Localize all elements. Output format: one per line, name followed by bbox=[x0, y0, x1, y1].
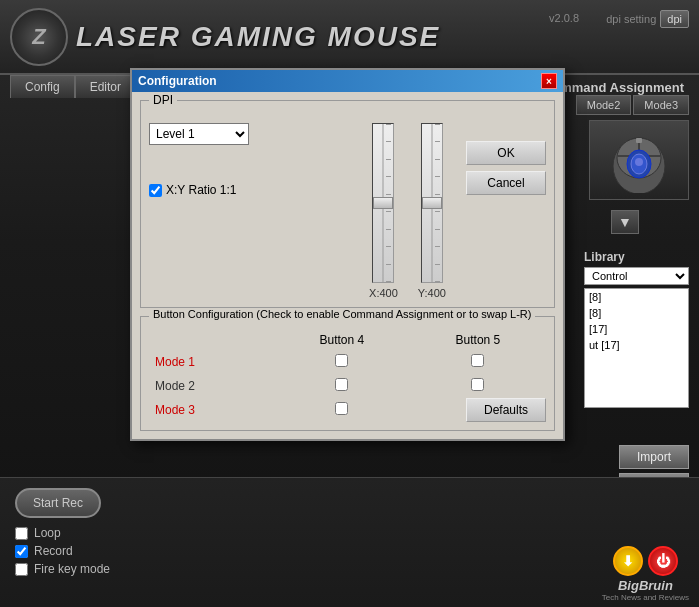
dpi-setting-label: dpi setting bbox=[606, 13, 656, 25]
mode2-btn5-checkbox[interactable] bbox=[471, 378, 484, 391]
tick bbox=[435, 246, 440, 247]
btn-config-label: Button Configuration (Check to enable Co… bbox=[149, 308, 535, 320]
tick bbox=[435, 141, 440, 142]
slider-x-value: X:400 bbox=[369, 287, 398, 299]
slider-y-container: Y:400 bbox=[418, 123, 446, 299]
tick bbox=[386, 124, 391, 125]
tick bbox=[435, 194, 440, 195]
mode-tabs: Mode2 Mode3 bbox=[576, 95, 689, 115]
btn-col-5-header: Button 5 bbox=[410, 330, 546, 350]
tick bbox=[435, 159, 440, 160]
slider-y-track[interactable] bbox=[421, 123, 443, 283]
dpi-group: DPI Level 1 Level 2 Level 3 Level 4 bbox=[140, 100, 555, 308]
table-row: Mode 2 bbox=[149, 374, 546, 398]
library-list[interactable]: [8] [8] [17] ut [17] bbox=[584, 288, 689, 408]
loop-checkbox[interactable] bbox=[15, 527, 28, 540]
start-record-button[interactable]: Start Rec bbox=[15, 488, 101, 518]
btn-col-empty bbox=[149, 330, 274, 350]
button-config-group: Button Configuration (Check to enable Co… bbox=[140, 316, 555, 431]
nav-tab-editor[interactable]: Editor bbox=[75, 75, 136, 98]
tick bbox=[386, 264, 391, 265]
app-title: LASER GAMING MOUSE bbox=[76, 21, 440, 53]
record-row: Record bbox=[15, 544, 684, 558]
mode3-btn4-checkbox[interactable] bbox=[335, 402, 348, 415]
btn-col-4-header: Button 4 bbox=[274, 330, 410, 350]
version-info: v2.0.8 bbox=[549, 12, 579, 24]
dialog-content: DPI Level 1 Level 2 Level 3 Level 4 bbox=[132, 92, 563, 439]
bottom-area: Start Rec Loop Record Fire key mode bbox=[0, 477, 699, 607]
app-header: LASER GAMING MOUSE v2.0.8 dpi setting dp… bbox=[0, 0, 699, 75]
bigbruin-icons: ⬇ ⏻ bbox=[613, 546, 678, 576]
bigbruin-yellow-icon: ⬇ bbox=[613, 546, 643, 576]
nav-tab-config-label: Config bbox=[25, 80, 60, 94]
mode2-btn4-checkbox[interactable] bbox=[335, 378, 348, 391]
mouse-image bbox=[589, 120, 689, 200]
dialog-close-button[interactable]: × bbox=[541, 73, 557, 89]
list-item[interactable]: [17] bbox=[585, 321, 688, 337]
nav-tab-editor-label: Editor bbox=[90, 80, 121, 94]
mode-tab-3-label: Mode3 bbox=[644, 99, 678, 111]
config-dialog: Configuration × DPI Level 1 Level 2 Leve… bbox=[130, 68, 565, 441]
dpi-button[interactable]: dpi bbox=[660, 10, 689, 28]
slider-y-value: Y:400 bbox=[418, 287, 446, 299]
fire-key-checkbox[interactable] bbox=[15, 563, 28, 576]
import-button[interactable]: Import bbox=[619, 445, 689, 469]
fire-key-row: Fire key mode bbox=[15, 562, 684, 576]
dpi-group-label: DPI bbox=[149, 93, 177, 107]
tick bbox=[386, 141, 391, 142]
fire-key-label: Fire key mode bbox=[34, 562, 110, 576]
loop-label: Loop bbox=[34, 526, 61, 540]
mode-tab-2[interactable]: Mode2 bbox=[576, 95, 632, 115]
bigbruin-name: BigBruin bbox=[618, 578, 673, 593]
bigbruin-logo: ⬇ ⏻ BigBruin Tech News and Reviews bbox=[602, 546, 689, 602]
mode1-btn4-checkbox[interactable] bbox=[335, 354, 348, 367]
tick bbox=[435, 176, 440, 177]
tick bbox=[386, 159, 391, 160]
tick bbox=[386, 281, 391, 282]
nav-tab-config[interactable]: Config bbox=[10, 75, 75, 98]
bigbruin-subtitle: Tech News and Reviews bbox=[602, 593, 689, 602]
arrow-down-button[interactable]: ▼ bbox=[611, 210, 639, 234]
table-row: Mode 1 bbox=[149, 350, 546, 374]
app-background: LASER GAMING MOUSE v2.0.8 dpi setting dp… bbox=[0, 0, 699, 607]
tick bbox=[435, 211, 440, 212]
library-dropdown[interactable]: Control bbox=[584, 267, 689, 285]
svg-point-6 bbox=[635, 158, 643, 166]
list-item[interactable]: [8] bbox=[585, 289, 688, 305]
xy-ratio-checkbox[interactable] bbox=[149, 184, 162, 197]
mode1-btn5-checkbox[interactable] bbox=[471, 354, 484, 367]
slider-x-thumb[interactable] bbox=[373, 197, 393, 209]
bigbruin-red-icon: ⏻ bbox=[648, 546, 678, 576]
library-label: Library bbox=[584, 250, 689, 264]
slider-x-track[interactable] bbox=[372, 123, 394, 283]
mouse-svg bbox=[604, 128, 674, 193]
mode-tab-2-label: Mode2 bbox=[587, 99, 621, 111]
ok-button[interactable]: OK bbox=[466, 141, 546, 165]
dpi-level-select[interactable]: Level 1 Level 2 Level 3 Level 4 bbox=[149, 123, 249, 145]
mode1-label: Mode 1 bbox=[155, 355, 195, 369]
nav-tabs: Config Editor bbox=[10, 75, 136, 98]
loop-row: Loop bbox=[15, 526, 684, 540]
svg-rect-7 bbox=[636, 138, 642, 143]
record-checkbox[interactable] bbox=[15, 545, 28, 558]
slider-y-thumb[interactable] bbox=[422, 197, 442, 209]
dialog-title: Configuration bbox=[138, 74, 217, 88]
list-item[interactable]: [8] bbox=[585, 305, 688, 321]
defaults-button[interactable]: Defaults bbox=[466, 398, 546, 422]
slider-x-container: X:400 bbox=[369, 123, 398, 299]
tick bbox=[435, 281, 440, 282]
cancel-button[interactable]: Cancel bbox=[466, 171, 546, 195]
xy-ratio-label: X:Y Ratio 1:1 bbox=[166, 183, 237, 197]
mode2-label: Mode 2 bbox=[155, 379, 195, 393]
tick bbox=[386, 194, 391, 195]
record-label: Record bbox=[34, 544, 73, 558]
library-area: Library Control [8] [8] [17] ut [17] bbox=[584, 250, 689, 408]
tick bbox=[435, 229, 440, 230]
xy-ratio-row: X:Y Ratio 1:1 bbox=[149, 183, 259, 197]
logo-area: LASER GAMING MOUSE bbox=[10, 8, 440, 66]
list-item[interactable]: ut [17] bbox=[585, 337, 688, 353]
mode-tab-3[interactable]: Mode3 bbox=[633, 95, 689, 115]
tick bbox=[386, 229, 391, 230]
logo-icon bbox=[10, 8, 68, 66]
dialog-titlebar: Configuration × bbox=[132, 70, 563, 92]
